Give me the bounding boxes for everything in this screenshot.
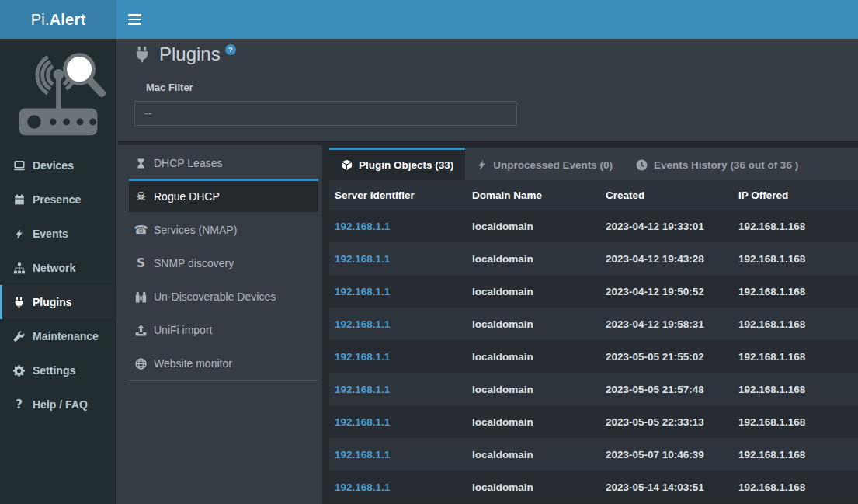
server-identifier-link[interactable]: 192.168.1.1 — [335, 481, 390, 493]
help-badge[interactable]: ? — [225, 44, 236, 55]
sidebar-item-label: Events — [33, 228, 68, 240]
main-content: Plugins ? Mac Filter DHCP Leases☠Rogue D… — [116, 39, 858, 504]
plugin-detail: Plugin Objects (33)Unprocessed Events (0… — [329, 141, 858, 504]
cell-server-identifier: 192.168.1.1 — [329, 405, 467, 438]
cell-ip-offered: 192.168.1.168 — [733, 210, 858, 242]
table-row: 192.168.1.1localdomain2023-05-07 10:46:3… — [329, 438, 858, 471]
question-icon: ? — [12, 399, 26, 411]
cell-domain-name: localdomain — [467, 373, 600, 405]
phone-volume-icon: ☎ — [134, 224, 148, 236]
tab-events-history[interactable]: Events History (36 out of 36 ) — [624, 148, 810, 180]
mac-filter-label: Mac Filter — [146, 82, 858, 94]
cell-created: 2023-05-07 10:46:39 — [600, 438, 733, 471]
cell-created: 2023-05-05 21:55:02 — [600, 340, 733, 373]
table-row: 192.168.1.1localdomain2023-04-12 19:58:3… — [329, 308, 858, 340]
plugin-objects-table: Server IdentifierDomain NameCreatedIP Of… — [329, 180, 858, 503]
sidebar-item-label: Network — [33, 262, 75, 274]
plugin-nav-item-label: Un-Discoverable Devices — [154, 290, 276, 303]
server-identifier-link[interactable]: 192.168.1.1 — [335, 286, 390, 297]
cell-server-identifier: 192.168.1.1 — [329, 210, 467, 242]
table-row: 192.168.1.1localdomain2023-04-12 19:33:0… — [329, 210, 858, 242]
cell-ip-offered: 192.168.1.168 — [733, 308, 858, 340]
sidebar-item-maintenance[interactable]: Maintenance — [0, 319, 116, 353]
plugin-nav-item-label: UniFi import — [154, 324, 212, 336]
sidebar-item-label: Presence — [33, 193, 81, 206]
server-identifier-link[interactable]: 192.168.1.1 — [335, 416, 390, 428]
gear-icon — [12, 365, 26, 377]
bolt-icon — [12, 228, 26, 240]
skull-crossbones-icon: ☠ — [134, 191, 148, 203]
cell-server-identifier: 192.168.1.1 — [329, 308, 467, 340]
column-header-server-identifier: Server Identifier — [329, 180, 467, 210]
sidebar-item-label: Help / FAQ — [33, 398, 88, 411]
plugin-nav-item-label: Rogue DHCP — [154, 190, 220, 203]
sidebar-item-label: Devices — [33, 159, 74, 172]
server-identifier-link[interactable]: 192.168.1.1 — [335, 253, 390, 265]
plugin-panel: DHCP Leases☠Rogue DHCP☎Services (NMAP)SS… — [118, 141, 858, 504]
tab-label: Unprocessed Events (0) — [493, 159, 613, 171]
server-identifier-link[interactable]: 192.168.1.1 — [335, 384, 390, 395]
table-row: 192.168.1.1localdomain2023-04-12 19:50:5… — [329, 275, 858, 308]
cell-server-identifier: 192.168.1.1 — [329, 373, 467, 405]
page-title-text: Plugins — [159, 43, 221, 66]
binoculars-icon — [134, 291, 148, 303]
mac-filter-input[interactable] — [134, 101, 517, 126]
plugin-nav-item-services-nmap[interactable]: ☎Services (NMAP) — [129, 212, 318, 245]
cell-domain-name: localdomain — [467, 405, 600, 438]
tab-label: Plugin Objects (33) — [359, 159, 453, 171]
plug-icon — [134, 46, 151, 63]
upload-icon — [134, 325, 148, 336]
sidebar-item-devices[interactable]: Devices — [0, 148, 116, 182]
cell-server-identifier: 192.168.1.1 — [329, 242, 467, 275]
cell-created: 2023-05-14 14:03:51 — [600, 471, 733, 503]
sidebar-item-presence[interactable]: Presence — [0, 182, 116, 217]
hamburger-icon[interactable] — [116, 0, 152, 39]
top-navbar — [116, 0, 858, 39]
sidebar-item-events[interactable]: Events — [0, 217, 116, 251]
cell-ip-offered: 192.168.1.168 — [733, 405, 858, 438]
plugin-nav-item-un-discoverable-devices[interactable]: Un-Discoverable Devices — [129, 279, 318, 312]
plugin-nav-item-unifi-import[interactable]: UniFi import — [129, 312, 318, 346]
cell-created: 2023-04-12 19:58:31 — [600, 308, 733, 340]
plugin-list: DHCP Leases☠Rogue DHCP☎Services (NMAP)SS… — [118, 145, 322, 504]
wrench-icon — [12, 331, 26, 342]
plugin-nav-item-label: SNMP discovery — [154, 257, 234, 269]
cell-created: 2023-05-05 21:57:48 — [600, 373, 733, 405]
cell-server-identifier: 192.168.1.1 — [329, 340, 467, 373]
server-identifier-link[interactable]: 192.168.1.1 — [335, 449, 390, 461]
server-identifier-link[interactable]: 192.168.1.1 — [335, 351, 390, 363]
top-header: Pi.Alert — [0, 0, 858, 39]
cell-ip-offered: 192.168.1.168 — [733, 471, 858, 503]
plugin-list-divider — [129, 380, 318, 381]
plugin-nav-item-dhcp-leases[interactable]: DHCP Leases — [129, 145, 318, 179]
cell-ip-offered: 192.168.1.168 — [733, 275, 858, 308]
cell-ip-offered: 192.168.1.168 — [733, 340, 858, 373]
server-identifier-link[interactable]: 192.168.1.1 — [335, 221, 390, 232]
cell-domain-name: localdomain — [467, 275, 600, 308]
page-title: Plugins ? — [134, 43, 236, 66]
letter-s-icon: S — [134, 258, 148, 269]
plugin-nav-item-website-monitor[interactable]: Website monitor — [129, 346, 318, 379]
cube-icon — [341, 159, 353, 171]
cell-domain-name: localdomain — [467, 340, 600, 373]
cell-domain-name: localdomain — [467, 471, 600, 503]
cell-ip-offered: 192.168.1.168 — [733, 242, 858, 275]
brand-logo[interactable]: Pi.Alert — [0, 0, 116, 39]
table-row: 192.168.1.1localdomain2023-05-05 21:57:4… — [329, 373, 858, 405]
sidebar-item-settings[interactable]: Settings — [0, 353, 116, 388]
calendar-icon — [12, 194, 26, 205]
tab-unprocessed-events[interactable]: Unprocessed Events (0) — [465, 148, 624, 180]
sidebar-item-plugins[interactable]: Plugins — [0, 285, 116, 319]
sidebar-item-help-faq[interactable]: ?Help / FAQ — [0, 388, 116, 422]
table-row: 192.168.1.1localdomain2023-04-12 19:43:2… — [329, 242, 858, 275]
tab-plugin-objects[interactable]: Plugin Objects (33) — [329, 148, 465, 180]
laptop-icon — [12, 159, 26, 172]
plugin-nav-item-label: DHCP Leases — [154, 157, 222, 169]
cell-server-identifier: 192.168.1.1 — [329, 275, 467, 308]
table-header-row: Server IdentifierDomain NameCreatedIP Of… — [329, 180, 858, 210]
server-identifier-link[interactable]: 192.168.1.1 — [335, 318, 390, 330]
plugin-nav-item-snmp-discovery[interactable]: SSNMP discovery — [129, 245, 318, 279]
router-magnifier-logo — [0, 39, 116, 148]
sidebar-item-network[interactable]: Network — [0, 251, 116, 285]
plugin-nav-item-rogue-dhcp[interactable]: ☠Rogue DHCP — [129, 179, 318, 212]
